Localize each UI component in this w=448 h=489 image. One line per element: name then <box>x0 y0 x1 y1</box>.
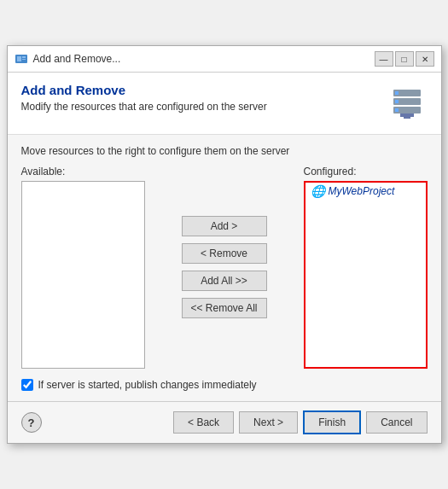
footer-left: ? <box>21 412 42 433</box>
instruction-text: Move resources to the right to configure… <box>21 145 428 157</box>
help-button[interactable]: ? <box>21 412 42 433</box>
configured-item[interactable]: 🌐 MyWebProject <box>305 183 426 200</box>
add-button[interactable]: Add > <box>182 216 267 236</box>
title-bar-buttons: — □ ✕ <box>375 51 434 67</box>
svg-rect-11 <box>404 117 410 119</box>
svg-rect-7 <box>395 91 399 95</box>
remove-button[interactable]: < Remove <box>182 243 267 264</box>
svg-rect-1 <box>17 56 21 61</box>
configured-list[interactable]: 🌐 MyWebProject <box>304 181 428 369</box>
columns-area: Available: Add > < Remove Add All >> << … <box>21 166 428 369</box>
footer-right: < Back Next > Finish Cancel <box>173 410 427 434</box>
project-icon: 🌐 <box>311 184 325 198</box>
svg-rect-9 <box>395 108 399 112</box>
dialog-subtitle: Modify the resources that are configured… <box>21 101 267 113</box>
maximize-button[interactable]: □ <box>395 51 414 67</box>
add-all-button[interactable]: Add All >> <box>182 271 267 291</box>
close-button[interactable]: ✕ <box>416 51 434 67</box>
configured-label: Configured: <box>304 166 428 178</box>
svg-rect-10 <box>400 114 414 117</box>
dialog-header: Add and Remove Modify the resources that… <box>8 73 441 135</box>
dialog-footer: ? < Back Next > Finish Cancel <box>8 401 441 443</box>
svg-rect-2 <box>22 56 26 58</box>
middle-buttons: Add > < Remove Add All >> << Remove All <box>145 166 304 369</box>
remove-all-button[interactable]: << Remove All <box>182 298 267 318</box>
title-bar: Add and Remove... — □ ✕ <box>8 46 441 73</box>
dialog-icon <box>15 52 28 66</box>
available-section: Available: <box>21 166 145 369</box>
publish-label: If server is started, publish changes im… <box>38 379 257 391</box>
server-icon <box>387 83 428 124</box>
project-name: MyWebProject <box>329 185 395 197</box>
finish-button[interactable]: Finish <box>303 410 361 434</box>
title-bar-left: Add and Remove... <box>15 52 121 66</box>
title-text: Add and Remove... <box>33 53 121 65</box>
dialog-header-text: Add and Remove Modify the resources that… <box>21 83 267 113</box>
available-label: Available: <box>21 166 145 178</box>
cancel-button[interactable]: Cancel <box>366 411 427 434</box>
add-remove-dialog: Add and Remove... — □ ✕ Add and Remove M… <box>7 45 442 444</box>
publish-checkbox[interactable] <box>21 379 33 391</box>
publish-checkbox-row: If server is started, publish changes im… <box>21 379 428 391</box>
dialog-body: Move resources to the right to configure… <box>8 135 441 401</box>
back-button[interactable]: < Back <box>173 411 234 434</box>
configured-section: Configured: 🌐 MyWebProject <box>304 166 428 369</box>
svg-rect-8 <box>395 100 399 103</box>
next-button[interactable]: Next > <box>239 411 298 434</box>
available-list[interactable] <box>21 181 145 369</box>
minimize-button[interactable]: — <box>375 51 393 67</box>
svg-rect-3 <box>22 59 26 60</box>
dialog-title: Add and Remove <box>21 83 267 97</box>
